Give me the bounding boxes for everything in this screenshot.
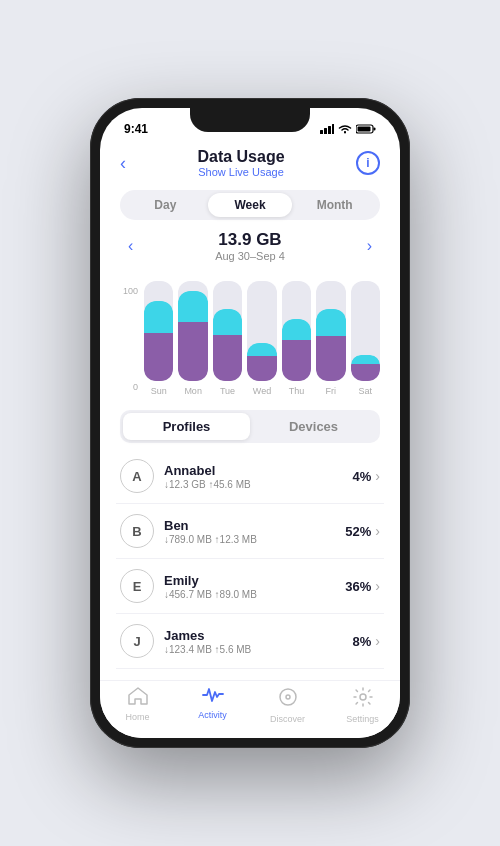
profile-stats: ↓12.3 GB ↑45.6 MB <box>164 479 353 490</box>
profile-percent: 36% <box>345 579 371 594</box>
back-button[interactable]: ‹ <box>120 153 126 174</box>
profile-name: Ben <box>164 518 345 533</box>
nav-item-settings[interactable]: Settings <box>325 687 400 724</box>
home-icon <box>128 687 148 705</box>
chart-area: 100 0 SunMonTueWedThuFriSat <box>120 266 380 396</box>
chevron-right-icon: › <box>375 468 380 484</box>
chevron-right-icon: › <box>375 578 380 594</box>
profile-details: James ↓123.4 MB ↑5.6 MB <box>164 628 353 655</box>
bar-purple <box>178 322 207 381</box>
profile-avatar: A <box>120 459 154 493</box>
profile-right: 8% › <box>353 633 380 649</box>
bar-col: Mon <box>178 281 207 396</box>
profile-item[interactable]: E Emily ↓456.7 MB ↑89.0 MB 36% › <box>116 559 384 614</box>
info-button[interactable]: i <box>356 151 380 175</box>
nav-label: Discover <box>270 714 305 724</box>
profile-right: 4% › <box>353 468 380 484</box>
phone-frame: 9:41 <box>90 98 410 748</box>
bar-wrap[interactable] <box>178 281 207 381</box>
y-axis-min: 0 <box>120 382 138 392</box>
chart-prev-button[interactable]: ‹ <box>120 235 141 257</box>
chart-info: 13.9 GB Aug 30–Sep 4 <box>215 230 285 262</box>
svg-rect-2 <box>328 126 331 134</box>
settings-icon <box>353 687 373 707</box>
nav-label: Settings <box>346 714 379 724</box>
profile-avatar: B <box>120 514 154 548</box>
profile-item[interactable]: B Ben ↓789.0 MB ↑12.3 MB 52% › <box>116 504 384 559</box>
live-usage-link[interactable]: Show Live Usage <box>197 166 284 178</box>
status-time: 9:41 <box>124 122 148 136</box>
svg-rect-0 <box>320 130 323 134</box>
bar-wrap[interactable] <box>247 281 276 381</box>
profile-percent: 52% <box>345 524 371 539</box>
bar-cyan <box>178 291 207 322</box>
bar-label: Fri <box>326 386 337 396</box>
page-title: Data Usage <box>197 148 284 166</box>
chart-nav: ‹ 13.9 GB Aug 30–Sep 4 › <box>120 230 380 262</box>
bar-col: Thu <box>282 281 311 396</box>
discover-icon <box>278 687 298 707</box>
bar-wrap[interactable] <box>282 281 311 381</box>
info-icon: i <box>366 156 369 170</box>
profile-right: 52% › <box>345 523 380 539</box>
profile-details: Annabel ↓12.3 GB ↑45.6 MB <box>164 463 353 490</box>
nav-icon <box>278 687 298 712</box>
profile-item[interactable]: A Annabel ↓12.3 GB ↑45.6 MB 4% › <box>116 449 384 504</box>
tab-month[interactable]: Month <box>292 193 377 217</box>
svg-point-9 <box>286 695 290 699</box>
svg-rect-1 <box>324 128 327 134</box>
phone-screen: 9:41 <box>100 108 400 738</box>
profile-avatar: E <box>120 569 154 603</box>
profile-avatar: J <box>120 624 154 658</box>
y-axis-max: 100 <box>120 286 138 296</box>
bar-col: Wed <box>247 281 276 396</box>
bar-wrap[interactable] <box>213 281 242 381</box>
profile-stats: ↓789.0 MB ↑12.3 MB <box>164 534 345 545</box>
profile-name: Annabel <box>164 463 353 478</box>
tab-week[interactable]: Week <box>208 193 293 217</box>
profile-right: 36% › <box>345 578 380 594</box>
bar-cyan <box>213 309 242 335</box>
chart-next-button[interactable]: › <box>359 235 380 257</box>
toggle-devices[interactable]: Devices <box>250 413 377 440</box>
bars-container: SunMonTueWedThuFriSat <box>144 286 380 396</box>
nav-item-home[interactable]: Home <box>100 687 175 724</box>
toggle-profiles[interactable]: Profiles <box>123 413 250 440</box>
chevron-right-icon: › <box>375 633 380 649</box>
profile-details: Ben ↓789.0 MB ↑12.3 MB <box>164 518 345 545</box>
activity-icon <box>202 687 224 703</box>
nav-item-discover[interactable]: Discover <box>250 687 325 724</box>
bar-label: Mon <box>184 386 202 396</box>
profile-name: James <box>164 628 353 643</box>
chart-total: 13.9 GB <box>215 230 285 250</box>
nav-icon <box>353 687 373 712</box>
bar-label: Thu <box>289 386 305 396</box>
bar-cyan <box>144 301 173 333</box>
bar-wrap[interactable] <box>144 281 173 381</box>
chart-range: Aug 30–Sep 4 <box>215 250 285 262</box>
svg-rect-3 <box>332 124 334 134</box>
nav-icon <box>202 687 224 708</box>
tab-day[interactable]: Day <box>123 193 208 217</box>
bottom-nav: Home Activity Discover Settings <box>100 680 400 738</box>
nav-item-activity[interactable]: Activity <box>175 687 250 724</box>
bar-col: Fri <box>316 281 345 396</box>
profile-item[interactable]: J James ↓123.4 MB ↑5.6 MB 8% › <box>116 614 384 669</box>
bar-cyan <box>247 343 276 356</box>
profile-percent: 8% <box>353 634 372 649</box>
svg-point-10 <box>360 694 366 700</box>
bar-wrap[interactable] <box>351 281 380 381</box>
time-period-tabs: Day Week Month <box>120 190 380 220</box>
chart-y-axis: 100 0 <box>120 286 138 396</box>
signal-icon <box>320 124 334 134</box>
profile-devices-toggle: Profiles Devices <box>120 410 380 443</box>
bar-cyan <box>316 309 345 336</box>
header-center: Data Usage Show Live Usage <box>197 148 284 178</box>
profile-list: A Annabel ↓12.3 GB ↑45.6 MB 4% › B Ben ↓… <box>100 449 400 680</box>
bar-label: Wed <box>253 386 271 396</box>
nav-label: Home <box>125 712 149 722</box>
bar-col: Tue <box>213 281 242 396</box>
bar-wrap[interactable] <box>316 281 345 381</box>
bar-cyan <box>351 355 380 364</box>
svg-point-8 <box>280 689 296 705</box>
